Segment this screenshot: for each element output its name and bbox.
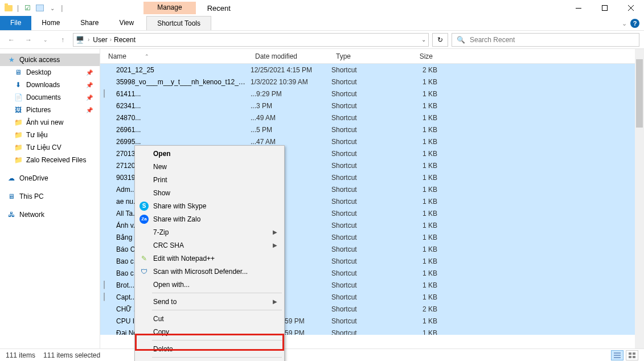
menu-cut[interactable]: Cut <box>136 312 283 325</box>
word-icon <box>104 161 113 170</box>
cell-type: Shortcut <box>331 245 401 253</box>
qat-separator: | <box>61 4 63 12</box>
quick-access-toolbar: | ☑ ⌄ | <box>0 3 64 13</box>
sidebar-item[interactable]: 📁Ảnh vui new <box>0 116 100 129</box>
cell-size: 1 KB <box>401 293 437 301</box>
menu-print[interactable]: Print <box>136 173 283 186</box>
tab-shortcut-tools[interactable]: Shortcut Tools <box>146 16 211 30</box>
menu-open[interactable]: Open <box>136 147 283 160</box>
nav-recent-dropdown[interactable]: ⌄ <box>39 33 52 47</box>
chevron-right-icon[interactable]: › <box>110 36 112 43</box>
properties-qat-icon[interactable]: ☑ <box>22 3 32 13</box>
scroll-thumb[interactable] <box>636 59 643 128</box>
zalo-icon: Za <box>140 215 149 224</box>
cell-size: 1 KB <box>401 126 437 134</box>
cell-size: 1 KB <box>401 317 437 325</box>
ribbon-collapse-icon[interactable]: ⌄ <box>622 20 627 27</box>
table-row[interactable]: 2021_12_2512/25/2021 4:15 PMShortcut2 KB <box>100 64 644 76</box>
nav-forward-button[interactable]: → <box>22 33 35 47</box>
tab-view[interactable]: View <box>109 16 144 30</box>
cell-type: Shortcut <box>331 126 401 134</box>
excel-icon <box>104 269 113 278</box>
breadcrumb-item[interactable]: User <box>93 36 107 44</box>
tab-file[interactable]: File <box>0 16 31 30</box>
svg-rect-8 <box>633 352 635 355</box>
defender-icon: 🛡 <box>140 267 149 276</box>
table-row[interactable]: 26961......5 PMShortcut1 KB <box>100 124 644 136</box>
table-row[interactable]: 62341......3 PMShortcut1 KB <box>100 100 644 112</box>
menu-copy[interactable]: Copy <box>136 325 283 338</box>
menu-delete[interactable]: Delete <box>136 342 283 355</box>
details-view-button[interactable] <box>611 350 624 360</box>
sidebar-item[interactable]: 📄Documents📌 <box>0 91 100 104</box>
sidebar-quick-access[interactable]: ★ Quick access <box>0 54 100 66</box>
menu-send-to[interactable]: Send to▶ <box>136 295 283 308</box>
sidebar-label: This PC <box>19 192 44 200</box>
menu-edit-notepadpp[interactable]: ✎Edit with Notepad++ <box>136 252 283 265</box>
sidebar-item[interactable]: 🖼Pictures📌 <box>0 104 100 116</box>
menu-open-with[interactable]: Open with... <box>136 278 283 291</box>
sidebar-this-pc[interactable]: 🖥 This PC <box>0 190 100 203</box>
address-dropdown-icon[interactable]: ⌄ <box>421 36 426 43</box>
img-icon <box>104 197 113 206</box>
sidebar-label: Quick access <box>19 56 60 64</box>
tab-home[interactable]: Home <box>31 16 70 30</box>
breadcrumb-item[interactable]: Recent <box>114 36 136 44</box>
sidebar-item[interactable]: ⬇Downloads📌 <box>0 79 100 91</box>
cell-size: 1 KB <box>401 269 437 277</box>
sidebar-item[interactable]: 🖥Desktop📌 <box>0 66 100 79</box>
refresh-button[interactable]: ↻ <box>432 33 448 47</box>
qat-dropdown-icon[interactable]: ⌄ <box>47 3 58 13</box>
sidebar-network[interactable]: 🖧 Network <box>0 208 100 221</box>
menu-7zip[interactable]: 7-Zip▶ <box>136 225 283 239</box>
cell-name: 26961... <box>104 125 251 134</box>
table-row[interactable]: 24870......49 AMShortcut1 KB <box>100 112 644 124</box>
table-row[interactable]: 61411......9:29 PMShortcut1 KB <box>100 88 644 100</box>
sort-caret-icon: ⌃ <box>145 54 149 59</box>
sidebar-item[interactable]: 📁Zalo Received Files <box>0 154 100 166</box>
sidebar-item[interactable]: 📁Tư Liệu CV <box>0 141 100 154</box>
table-row[interactable]: 35998_vo___m__y_t___nh_kenoo_t12_mini_..… <box>100 76 644 88</box>
sidebar-item-label: Documents <box>26 93 61 101</box>
sidebar-item-label: Desktop <box>26 68 51 76</box>
column-date-modified[interactable]: Date modified <box>251 52 331 60</box>
thumbnails-view-button[interactable] <box>626 350 638 360</box>
menu-crc-sha[interactable]: CRC SHA▶ <box>136 239 283 252</box>
menu-share-zalo[interactable]: ZaShare with Zalo <box>136 212 283 225</box>
address-bar[interactable]: 🖥️ › User › Recent ⌄ <box>73 33 429 47</box>
menu-share-skype[interactable]: SShare with Skype <box>136 199 283 212</box>
chevron-right-icon[interactable]: › <box>88 36 89 43</box>
maximize-button[interactable] <box>592 0 618 16</box>
sidebar-item-label: Tư Liệu CV <box>26 143 61 151</box>
vertical-scrollbar[interactable] <box>635 49 644 348</box>
menu-separator <box>152 310 282 310</box>
menu-new[interactable]: New <box>136 160 283 173</box>
menu-scan-defender[interactable]: 🛡Scan with Microsoft Defender... <box>136 265 283 278</box>
cell-size: 1 KB <box>401 233 437 241</box>
titlebar: | ☑ ⌄ | Manage Recent <box>0 0 644 16</box>
word-icon <box>104 173 113 182</box>
sidebar-item[interactable]: 📁Tư liệu <box>0 129 100 141</box>
word-icon <box>104 149 113 158</box>
column-size[interactable]: Size <box>401 52 437 60</box>
word-icon <box>104 77 113 87</box>
nav-back-button[interactable]: ← <box>5 33 18 47</box>
cloud-icon: ☁ <box>7 174 16 183</box>
nav-up-button[interactable]: ↑ <box>56 33 69 47</box>
help-icon[interactable]: ? <box>630 19 639 28</box>
folder-icon[interactable] <box>3 3 14 13</box>
new-folder-qat-icon[interactable] <box>35 3 45 13</box>
menu-show[interactable]: Show <box>136 186 283 199</box>
column-type[interactable]: Type <box>331 52 401 60</box>
exe-icon <box>104 185 113 194</box>
close-button[interactable] <box>618 0 644 16</box>
tab-share[interactable]: Share <box>70 16 109 30</box>
excel-icon <box>104 233 113 242</box>
minimize-button[interactable] <box>565 0 592 16</box>
sidebar-onedrive[interactable]: ☁ OneDrive <box>0 172 100 184</box>
cell-type: Shortcut <box>331 198 401 206</box>
column-name[interactable]: Name⌃ <box>104 52 251 60</box>
search-input[interactable]: 🔍 Search Recent <box>452 33 639 47</box>
cell-type: Shortcut <box>331 174 401 182</box>
sidebar-item-label: Zalo Received Files <box>26 156 86 164</box>
